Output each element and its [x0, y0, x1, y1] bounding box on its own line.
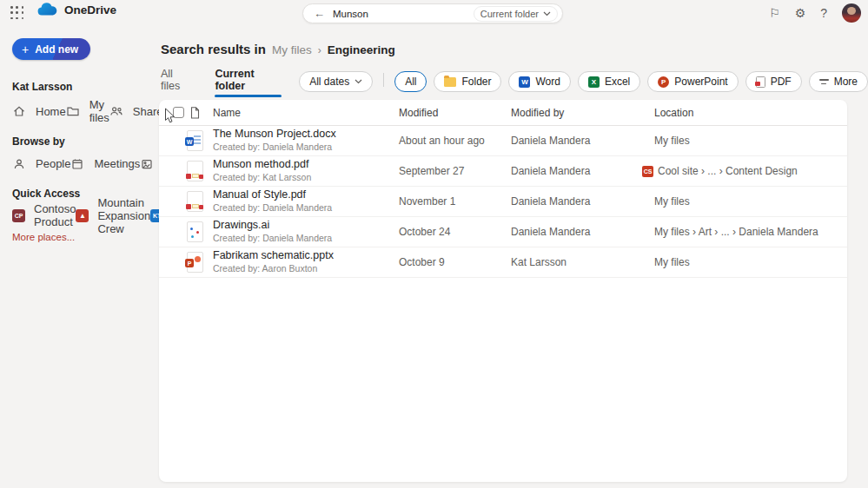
chevron-down-icon — [543, 11, 551, 16]
modified-cell: October 24 — [399, 226, 511, 238]
quick-access-list: CP Contoso Product ▲ Mountain Expansion … — [12, 207, 149, 224]
filter-pill-folder[interactable]: Folder — [434, 71, 501, 92]
filter-pill-word[interactable]: W Word — [508, 71, 570, 92]
quick-access-item-mountain-expansion-crew[interactable]: ▲ Mountain Expansion Crew — [76, 207, 150, 224]
select-all-checkbox[interactable] — [173, 107, 184, 118]
breadcrumb-current[interactable]: Engineering — [328, 43, 395, 56]
browse-by-list: People Meetings Media — [12, 155, 149, 175]
table-row[interactable]: Manual of Style.pdf Created by: Daniela … — [159, 187, 847, 217]
people-icon — [109, 104, 123, 118]
folder-icon — [66, 104, 80, 118]
filter-label: Word — [535, 76, 560, 88]
file-name[interactable]: Munson method.pdf — [213, 158, 399, 172]
column-header-modified-by[interactable]: Modified by — [511, 107, 642, 119]
sidebar-item-home[interactable]: Home — [12, 102, 66, 122]
sidebar-user-name: Kat Larsson — [12, 81, 149, 93]
location-cell[interactable]: My files — [642, 195, 847, 208]
file-created-by: Created by: Daniela Mandera — [213, 142, 399, 154]
cool-site-badge: CS — [642, 166, 653, 177]
location-cell[interactable]: My files — [642, 135, 847, 147]
sidebar: + Add new Kat Larsson Home My files Shar… — [0, 26, 159, 488]
filter-divider — [383, 73, 384, 87]
filter-label: All — [405, 76, 416, 88]
location-cell[interactable]: My files › Art › ... › Daniela Mandera — [642, 226, 847, 238]
modified-cell: About an hour ago — [399, 135, 511, 147]
file-created-by: Created by: Aaron Buxton — [213, 263, 399, 275]
user-avatar[interactable] — [842, 3, 861, 23]
table-header: Name Modified Modified by Location — [159, 100, 847, 126]
filter-label: Excel — [605, 76, 630, 88]
word-icon: W — [519, 76, 530, 88]
filter-pill-pdf[interactable]: PDF — [745, 71, 802, 92]
document-type-icon[interactable] — [189, 106, 213, 120]
search-scope-label: Current folder — [480, 9, 539, 19]
filter-pill-all[interactable]: All — [394, 71, 427, 92]
filter-label: PDF — [771, 76, 792, 88]
sidebar-item-label: My files — [89, 98, 109, 124]
sidebar-item-label: Meetings — [94, 157, 140, 170]
filter-pill-more[interactable]: More — [809, 71, 868, 92]
file-name[interactable]: Drawings.ai — [213, 219, 399, 233]
chevron-down-icon — [354, 79, 362, 84]
column-header-name[interactable]: Name — [213, 107, 399, 119]
sidebar-item-my-files[interactable]: My files — [66, 102, 109, 122]
mountain-badge: ▲ — [76, 209, 89, 222]
search-scope-dropdown[interactable]: Current folder — [474, 6, 558, 22]
sidebar-item-label: Home — [36, 105, 66, 118]
filter-label: PowerPoint — [674, 76, 727, 88]
search-input[interactable] — [333, 9, 474, 19]
tab-current-folder[interactable]: Current folder — [215, 68, 282, 96]
quick-access-item-contoso-product[interactable]: CP Contoso Product — [12, 207, 76, 224]
filter-funnel-icon — [819, 79, 829, 84]
quick-access-label: Contoso Product — [34, 202, 76, 228]
file-name[interactable]: The Munson Project.docx — [213, 128, 399, 142]
location-cell[interactable]: CS Cool site › ... › Content Design — [642, 165, 847, 177]
sidebar-item-label: People — [36, 157, 70, 170]
add-new-label: Add new — [35, 43, 78, 56]
sidebar-item-meetings[interactable]: Meetings — [70, 155, 140, 175]
modified-cell: October 9 — [399, 256, 511, 268]
breadcrumb-separator: › — [318, 44, 321, 56]
tab-all-files[interactable]: All files — [161, 68, 192, 96]
table-row[interactable]: Drawings.ai Created by: Daniela Mandera … — [159, 217, 847, 247]
table-row[interactable]: W The Munson Project.docx Created by: Da… — [159, 126, 847, 156]
help-icon[interactable]: ? — [820, 7, 827, 19]
folder-icon — [444, 77, 456, 87]
date-filter-label: All dates — [309, 76, 349, 88]
app-launcher-icon[interactable] — [10, 6, 24, 20]
sidebar-item-people[interactable]: People — [12, 155, 70, 175]
pdf-file-icon — [187, 161, 203, 181]
back-arrow-icon[interactable]: ← — [314, 7, 325, 20]
add-new-button[interactable]: + Add new — [12, 38, 90, 60]
app-title: OneDrive — [64, 3, 116, 16]
contoso-product-badge: CP — [12, 209, 25, 222]
file-created-by: Created by: Daniela Mandera — [213, 202, 399, 214]
file-name[interactable]: Manual of Style.pdf — [213, 188, 399, 202]
flag-icon[interactable]: ⚐ — [769, 7, 780, 19]
file-name[interactable]: Fabrikam schematic.pptx — [213, 249, 399, 263]
file-list-panel: Name Modified Modified by Location W The… — [159, 100, 847, 482]
table-row[interactable]: P Fabrikam schematic.pptx Created by: Aa… — [159, 247, 847, 278]
word-file-icon: W — [187, 130, 203, 151]
filter-pill-excel[interactable]: X Excel — [578, 71, 640, 92]
modified-by-cell: Daniela Mandera — [511, 135, 642, 147]
powerpoint-file-icon: P — [187, 252, 203, 273]
modified-by-cell: Daniela Mandera — [511, 165, 642, 177]
file-created-by: Created by: Kat Larsson — [213, 172, 399, 184]
modified-by-cell: Daniela Mandera — [511, 195, 642, 208]
pdf-file-icon — [187, 191, 203, 212]
column-header-modified[interactable]: Modified — [399, 107, 511, 119]
onedrive-brand[interactable]: OneDrive — [36, 3, 116, 16]
gear-icon[interactable]: ⚙ — [795, 7, 806, 19]
breadcrumb-parent[interactable]: My files — [272, 43, 312, 56]
location-cell[interactable]: My files — [642, 256, 847, 268]
home-icon — [12, 104, 26, 118]
search-box[interactable]: ← Current folder — [302, 3, 563, 23]
image-icon — [140, 157, 154, 171]
excel-icon: X — [588, 76, 600, 88]
filter-pill-powerpoint[interactable]: P PowerPoint — [647, 71, 738, 92]
table-row[interactable]: Munson method.pdf Created by: Kat Larsso… — [159, 156, 847, 187]
column-header-location[interactable]: Location — [642, 107, 847, 119]
calendar-icon — [70, 157, 84, 171]
date-filter-dropdown[interactable]: All dates — [299, 71, 373, 92]
